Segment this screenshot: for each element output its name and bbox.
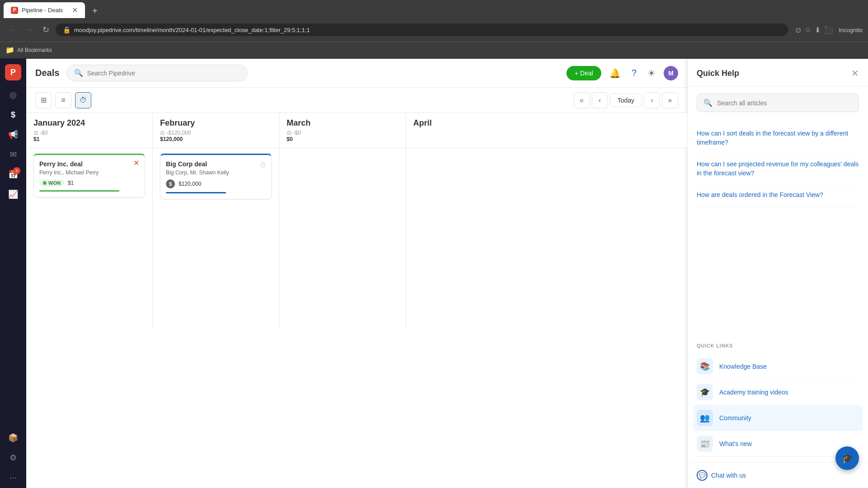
month-march: March ⚖ -$0 $0 — [279, 113, 406, 148]
deal-remove-btn[interactable]: ✕ — [133, 159, 139, 167]
deal-footer-2: $ $120,000 — [166, 179, 266, 188]
list-view-btn[interactable]: ≡ — [55, 92, 71, 108]
reader-icon[interactable]: ⊙ — [795, 26, 801, 34]
sidebar: P ◎ $ 📢 ✉ 📅 2 📈 📦 ⚙ ··· — [0, 59, 26, 488]
march-stats: ⚖ -$0 $0 — [287, 130, 398, 142]
sidebar-item-email[interactable]: ✉ — [4, 145, 22, 164]
deal-amount: $1 — [68, 180, 74, 186]
whats-new-icon: 📰 — [697, 436, 713, 452]
browser-tab[interactable]: P Pipeline - Deals ✕ — [4, 2, 85, 18]
quick-link-community[interactable]: 👥 Community — [693, 405, 863, 431]
forward-btn[interactable]: → — [23, 23, 36, 37]
sidebar-item-reports[interactable]: 📈 — [4, 185, 22, 203]
deal-name: Perry Inc. deal — [39, 160, 133, 168]
won-badge: WON — [39, 179, 64, 187]
timeline-view-btn[interactable]: ⏱ — [75, 92, 91, 108]
deal-contact-2: Big Corp, Mr. Shawn Kelly — [166, 169, 260, 176]
deal-progress — [39, 190, 119, 192]
stats-icon3: ⚖ — [287, 130, 293, 136]
refresh-btn[interactable]: ↻ — [40, 23, 52, 37]
deals-icon: $ — [11, 110, 15, 120]
help-link-1[interactable]: How can I sort deals in the forecast vie… — [697, 123, 859, 154]
sidebar-item-calendar[interactable]: 📅 2 — [4, 165, 22, 183]
theme-btn[interactable]: ☀ — [645, 65, 658, 81]
help-link-3[interactable]: How are deals ordered in the Forecast Vi… — [697, 184, 859, 206]
search-articles-icon: 🔍 — [703, 99, 712, 107]
timeline-header: January 2024 ⚖ -$0 $1 February ⚖ -$120,0… — [26, 113, 687, 148]
add-deal-btn[interactable]: + Deal — [566, 66, 601, 80]
activity-icon: ◎ — [9, 90, 17, 100]
lock-icon: 🔒 — [63, 26, 71, 33]
quick-link-whats-new[interactable]: 📰 What's new — [697, 431, 859, 457]
deal-amount-2: $120,000 — [179, 181, 201, 187]
campaigns-icon: 📢 — [8, 130, 18, 140]
add-deal-label: + Deal — [575, 70, 593, 77]
page-title: Deals — [35, 68, 59, 78]
topbar-right: + Deal 🔔 ? ☀ M — [566, 65, 678, 81]
quick-link-knowledge-base[interactable]: 📚 Knowledge Base — [697, 354, 859, 380]
deal-name-2: Big Corp deal — [166, 160, 260, 168]
search-articles[interactable]: 🔍 — [697, 94, 859, 112]
help-link-2[interactable]: How can I see projected revenue for my c… — [697, 154, 859, 184]
sidebar-item-campaigns[interactable]: 📢 — [4, 126, 22, 144]
timeline-body: Perry Inc. deal Perry Inc., Michael Perr… — [26, 148, 687, 329]
quick-links-label: QUICK LINKS — [697, 343, 859, 348]
quick-link-academy[interactable]: 🎓 Academy training videos — [697, 380, 859, 405]
skip-forward-btn[interactable]: » — [662, 92, 678, 108]
march-deals — [279, 148, 406, 329]
sidebar-item-deals[interactable]: $ — [4, 106, 22, 124]
community-icon: 👥 — [697, 410, 713, 426]
next-btn[interactable]: › — [644, 92, 660, 108]
deal-progress-2 — [166, 192, 226, 193]
kanban-view-btn[interactable]: ⊞ — [35, 92, 52, 108]
deal-contact: Perry Inc., Michael Perry — [39, 169, 133, 176]
user-avatar[interactable]: M — [664, 66, 678, 80]
today-btn[interactable]: Today — [610, 94, 642, 107]
february-name: February — [160, 118, 272, 128]
new-tab-btn[interactable]: + — [89, 4, 101, 18]
quick-help-links: How can I sort deals in the forecast vie… — [688, 119, 868, 339]
month-april: April — [406, 113, 487, 148]
search-articles-input[interactable] — [717, 99, 852, 107]
tab-close-btn[interactable]: ✕ — [72, 6, 78, 14]
bookmark-icon[interactable]: ☆ — [805, 26, 811, 34]
chat-label: Chat with us — [711, 472, 746, 479]
toolbar: ⊞ ≡ ⏱ « ‹ Today › » — [26, 88, 687, 113]
chat-btn[interactable]: 💬 Chat with us — [697, 470, 859, 481]
stats-icon: ⚖ — [33, 130, 40, 136]
skip-back-btn[interactable]: « — [574, 92, 590, 108]
knowledge-base-label: Knowledge Base — [719, 363, 767, 370]
deal-card[interactable]: Perry Inc. deal Perry Inc., Michael Perr… — [33, 154, 145, 197]
notifications-btn[interactable]: 🔔 — [607, 65, 623, 81]
search-icon: 🔍 — [74, 69, 83, 77]
sidebar-more-btn[interactable]: ··· — [9, 472, 17, 483]
won-dot — [43, 181, 47, 185]
floating-help-btn[interactable]: 🎓 — [835, 446, 859, 470]
deal-drag-btn[interactable]: ⊙ — [260, 160, 266, 169]
extensions-icon[interactable]: ⬛ — [824, 26, 833, 34]
quick-help-close-btn[interactable]: ✕ — [851, 68, 859, 79]
help-btn[interactable]: ? — [629, 65, 639, 81]
deal-card[interactable]: Big Corp deal Big Corp, Mr. Shawn Kelly … — [160, 154, 272, 199]
prev-btn[interactable]: ‹ — [592, 92, 608, 108]
chat-icon: 💬 — [697, 470, 708, 481]
calendar-badge: 2 — [13, 167, 20, 174]
sidebar-item-activity[interactable]: ◎ — [4, 86, 22, 104]
bookmarks-text: All Bookmarks — [17, 47, 52, 53]
sidebar-item-settings[interactable]: ⚙ — [4, 449, 22, 467]
sidebar-item-products[interactable]: 📦 — [4, 429, 22, 447]
address-bar[interactable]: 🔒 moodjoy.pipedrive.com/timeline/month/2… — [56, 23, 788, 36]
browser-right-icons: ⊙ ☆ ⬇ ⬛ Incognito — [795, 26, 863, 34]
january-stats: ⚖ -$0 $1 — [33, 130, 145, 142]
products-icon: 📦 — [8, 433, 18, 443]
academy-label: Academy training videos — [719, 389, 788, 396]
back-btn[interactable]: ← — [5, 23, 19, 37]
timeline-nav: « ‹ Today › » — [574, 92, 678, 108]
download-icon[interactable]: ⬇ — [815, 26, 821, 34]
timeline-icon: ⏱ — [80, 96, 87, 104]
tab-favicon: P — [11, 7, 18, 14]
february-stats: ⚖ -$120,000 $120,000 — [160, 130, 272, 142]
whats-new-label: What's new — [719, 440, 752, 447]
search-input[interactable] — [87, 70, 240, 77]
global-search[interactable]: 🔍 — [66, 65, 247, 81]
